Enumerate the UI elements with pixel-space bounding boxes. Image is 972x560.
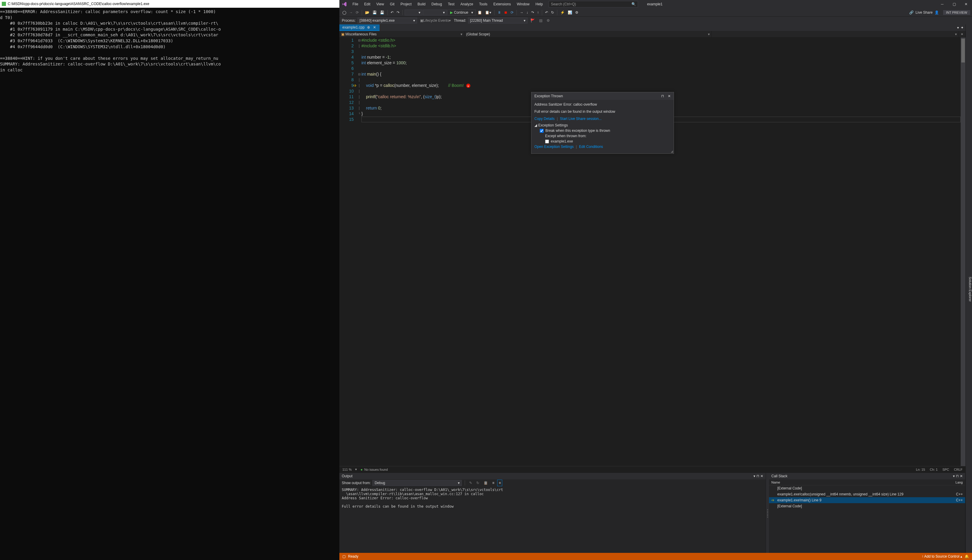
exception-close-button[interactable]: ✕ — [668, 94, 671, 98]
continue-button[interactable]: ▶ Continue ▾ — [448, 10, 476, 15]
tool-button-1[interactable]: ⚡ — [559, 10, 566, 15]
nav-scope-select[interactable]: (Global Scope)▾ — [464, 31, 712, 37]
nav-history-button[interactable]: ⟳ — [354, 10, 360, 15]
debug-windows-button[interactable]: 📋▾ — [484, 10, 493, 15]
window-minimize-button[interactable]: ─ — [936, 0, 948, 8]
step-out-button[interactable]: ↑ — [536, 10, 540, 15]
callstack-row[interactable]: example1.exe!calloc(unsigned __int64 nme… — [769, 491, 965, 497]
stack-frame-button[interactable]: ▤ — [538, 18, 544, 23]
vs-logo-icon[interactable] — [339, 2, 349, 7]
output-dropdown-button[interactable]: ▾ — [753, 474, 755, 478]
exception-settings-expander[interactable]: ◢ Exception Settings — [534, 123, 671, 127]
callstack-col-name[interactable]: Name — [772, 480, 948, 484]
nav-back-button[interactable]: ◯ — [341, 10, 347, 15]
output-tool-5[interactable]: ≡ — [497, 480, 502, 486]
menu-analyze[interactable]: Analyze — [458, 0, 476, 8]
source-control-button[interactable]: ↑ Add to Source Control ▴ — [922, 554, 962, 558]
open-file-button[interactable]: 📂 — [364, 10, 371, 15]
liveshare-button[interactable]: 🔗 Live Share — [909, 10, 932, 15]
start-liveshare-link[interactable]: Start Live Share session... — [560, 117, 602, 121]
solution-explorer-tab[interactable]: Solution Explorer — [969, 277, 972, 302]
step-history-button[interactable]: ↻ — [550, 10, 555, 15]
menu-project[interactable]: Project — [397, 0, 414, 8]
debug-target-button[interactable]: 📋 — [476, 10, 483, 15]
nav-add-button[interactable]: + — [959, 31, 965, 37]
output-tool-2[interactable]: ↻ — [475, 480, 481, 486]
restart-button[interactable]: ⟳ — [509, 10, 515, 15]
menu-tools[interactable]: Tools — [476, 0, 490, 8]
zoom-level[interactable]: 111 % — [342, 468, 352, 471]
thread-tool-button[interactable]: ⚙ — [545, 18, 551, 23]
nav-member-select[interactable]: ▾ — [712, 31, 959, 37]
output-content[interactable]: SUMMARY: AddressSanitizer: calloc-overfl… — [339, 487, 766, 553]
step-back-button[interactable]: ↶ — [544, 10, 549, 15]
editor-scrollbar[interactable] — [961, 37, 965, 466]
pause-button[interactable]: ⏸ — [496, 10, 502, 15]
console-titlebar[interactable]: C:\MSDN\cpp-docs-pr\docs\c-language\ASAN… — [0, 0, 339, 8]
undo-button[interactable]: ↶ — [389, 10, 395, 15]
config-select[interactable]: ▾ — [404, 10, 423, 15]
tab-overflow-button[interactable]: ▾ — [957, 26, 959, 30]
output-close-button[interactable]: ✕ — [760, 474, 763, 478]
menu-debug[interactable]: Debug — [428, 0, 445, 8]
document-tab-example1[interactable]: example1.cpp ⊕ ✕ — [339, 24, 379, 31]
menu-file[interactable]: File — [349, 0, 361, 8]
open-exception-settings-link[interactable]: Open Exception Settings — [534, 145, 574, 149]
menu-test[interactable]: Test — [445, 0, 458, 8]
callstack-dropdown-button[interactable]: ▾ — [953, 474, 955, 478]
code-content[interactable]: #include <stdio.h> #include <stdlib.h> i… — [361, 37, 961, 466]
platform-select[interactable]: ▾ — [423, 10, 447, 15]
output-source-select[interactable]: Debug▾ — [372, 480, 462, 486]
redo-button[interactable]: ↷ — [395, 10, 401, 15]
menu-view[interactable]: View — [373, 0, 387, 8]
callstack-col-lang[interactable]: Lang — [948, 480, 963, 484]
menu-help[interactable]: Help — [533, 0, 546, 8]
resize-grip-icon[interactable]: ◢ — [671, 150, 673, 153]
issues-indicator[interactable]: ● No issues found — [361, 468, 388, 471]
step-into-button[interactable]: ↓ — [525, 10, 529, 15]
menu-build[interactable]: Build — [415, 0, 429, 8]
window-close-button[interactable]: ✕ — [960, 0, 972, 8]
copy-details-link[interactable]: Copy Details — [534, 117, 554, 121]
search-input[interactable]: Search (Ctrl+Q) 🔍 — [549, 1, 638, 7]
error-icon[interactable] — [466, 83, 470, 88]
process-select[interactable]: [38840] example1.exe▾ — [357, 18, 417, 23]
thread-flag-button[interactable]: 🚩 — [529, 18, 536, 23]
callstack-row-active[interactable]: ➩example1.exe!main() Line 9C++ — [769, 497, 965, 503]
callstack-close-button[interactable]: ✕ — [960, 474, 963, 478]
output-tool-4[interactable]: ≡ — [491, 480, 495, 486]
except-exe-checkbox[interactable] — [545, 140, 549, 143]
tab-close-button[interactable]: ✕ — [372, 25, 377, 30]
tab-window-button[interactable]: ✦ — [961, 26, 964, 30]
stop-button[interactable]: ⏹ — [503, 10, 509, 15]
notifications-button[interactable]: 🔔 — [965, 554, 969, 558]
save-button[interactable]: 💾 — [371, 10, 378, 15]
tab-pin-icon[interactable]: ⊕ — [366, 25, 371, 30]
callstack-pin-button[interactable]: ⊓ — [956, 474, 959, 478]
break-on-exception-checkbox[interactable] — [540, 129, 544, 133]
output-tool-1[interactable]: ✎ — [468, 480, 473, 486]
exception-pin-button[interactable]: ⊓ — [661, 94, 664, 98]
thread-select[interactable]: [22260] Main Thread▾ — [468, 18, 528, 23]
menu-git[interactable]: Git — [387, 0, 397, 8]
window-maximize-button[interactable]: ▢ — [948, 0, 960, 8]
menu-extensions[interactable]: Extensions — [490, 0, 514, 8]
callstack-row[interactable]: [External Code] — [769, 485, 965, 491]
step-over-button[interactable]: ↷ — [530, 10, 535, 15]
feedback-button[interactable]: 👤 — [933, 10, 940, 15]
lifecycle-button[interactable]: ▣ Lifecycle Events ▾ — [419, 18, 452, 23]
panel-splitter[interactable] — [766, 473, 769, 553]
menu-edit[interactable]: Edit — [361, 0, 373, 8]
show-next-statement-button[interactable]: → — [519, 10, 524, 15]
output-tool-3[interactable]: 📋 — [482, 480, 489, 486]
save-all-button[interactable]: 💾 — [379, 10, 386, 15]
nav-forward-button[interactable]: → — [348, 10, 354, 15]
output-pin-button[interactable]: ⊓ — [757, 474, 759, 478]
tool-button-2[interactable]: 📊 — [566, 10, 573, 15]
menu-window[interactable]: Window — [514, 0, 533, 8]
nav-project-select[interactable]: ▣ Miscellaneous Files▾ — [339, 31, 464, 37]
tool-button-3[interactable]: ⚙ — [574, 10, 580, 15]
code-editor[interactable]: 123456789101112131415 ⊟│⊟││││││└ #includ… — [339, 37, 965, 466]
callstack-row[interactable]: [External Code] — [769, 503, 965, 509]
edit-conditions-link[interactable]: Edit Conditions — [579, 145, 603, 149]
